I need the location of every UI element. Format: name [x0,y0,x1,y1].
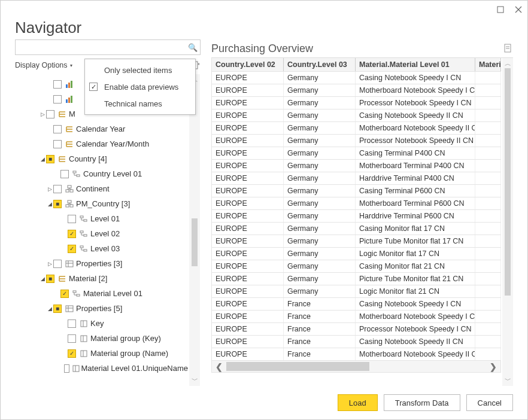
tree-checkbox[interactable] [53,260,62,268]
tree-row[interactable]: ◢ ■ Properties [5] [15,301,188,316]
tree-toggle[interactable]: ▷ [46,261,53,267]
tree-toggle[interactable]: ◢ [46,201,53,207]
tree-checkbox[interactable] [68,319,76,328]
tree-checkbox[interactable] [68,334,76,343]
scroll-thumb[interactable] [226,362,369,371]
load-button[interactable]: Load [338,394,378,411]
tree-checkbox[interactable] [53,125,62,133]
scroll-thumb[interactable] [505,68,511,296]
tree-checkbox[interactable]: ✓ [68,349,76,358]
tree-checkbox[interactable]: ■ [53,200,62,208]
grid-row[interactable]: EUROPEGermanyMotherboard Notebook Speedy… [211,84,501,97]
cancel-button[interactable]: Cancel [466,394,513,411]
tree-row[interactable]: Calendar Year [15,121,188,136]
tree-row[interactable]: ▷ Continent [15,181,188,196]
tree-checkbox[interactable]: ■ [53,305,62,313]
tree-checkbox[interactable] [60,170,69,178]
grid-header[interactable]: Material [475,58,501,71]
grid-header[interactable]: Material.Material Level 01 [356,58,475,71]
tree-row[interactable]: ✓ Material Level 01 [15,286,188,301]
tree-checkbox[interactable] [53,140,62,148]
grid-row[interactable]: EUROPEFranceCasing Notebook Speedy I CN [211,298,501,311]
tree-row[interactable]: Material group (Key) [15,331,188,346]
tree-checkbox[interactable] [53,185,62,193]
grid-row[interactable]: EUROPEGermanyCasing Notebook Speedy I CN [211,72,501,84]
grid-row[interactable]: EUROPEGermanyHarddrive Terminal P600 CN [211,210,501,223]
display-options-dropdown[interactable]: Display Options ▾ [15,61,72,69]
grid-row[interactable]: EUROPEGermanyLogic Monitor flat 21 CN [211,285,501,298]
tree-toggle[interactable]: ▷ [46,186,53,192]
tree-row[interactable]: ◢ ■ Material [2] [15,271,188,286]
menu-item-only-selected[interactable]: Only selected items [85,62,195,78]
grid-row[interactable]: EUROPEGermanyCasing Terminal P600 CN [211,185,501,197]
preview-options-icon[interactable] [503,43,513,54]
tree-row[interactable]: ◢ ■ Country [4] [15,151,188,166]
tree-row[interactable]: Country Level 01 [15,166,188,181]
tree-row[interactable]: ✓ Level 03 [15,241,188,256]
tree-checkbox[interactable] [68,215,76,223]
tree-checkbox[interactable]: ■ [46,155,54,163]
tree-row[interactable]: ✓ Level 02 [15,226,188,241]
grid-row[interactable]: EUROPEFranceCasing Notebook Speedy II CN [211,336,501,348]
search-box[interactable]: 🔍 [15,39,201,55]
grid-row[interactable]: EUROPEGermanyProcessor Notebook Speedy I… [211,97,501,109]
close-button[interactable] [514,5,523,14]
scroll-right-icon[interactable]: ❯ [486,362,500,372]
tree-scrollbar[interactable]: ︿ ﹀ [189,74,200,386]
grid-header[interactable]: Country.Level 03 [284,58,356,71]
tree-toggle[interactable]: ◢ [39,276,46,282]
transform-data-button[interactable]: Transform Data [384,394,460,411]
grid-row[interactable]: EUROPEFranceProcessor Notebook Speedy I … [211,323,501,336]
grid-cell: EUROPE [212,323,284,335]
maximize-button[interactable] [496,5,505,14]
grid-row[interactable]: EUROPEGermanyMotherboard Terminal P400 C… [211,160,501,172]
tree-checkbox[interactable] [64,364,69,373]
grid-vscrollbar[interactable]: ︿ ﹀ [502,58,513,386]
scroll-down-icon[interactable]: ﹀ [192,376,198,385]
tree-toggle[interactable]: ◢ [46,306,53,312]
grid-row[interactable]: EUROPEGermanyCasing Terminal P400 CN [211,147,501,160]
grid-header[interactable]: Country.Level 02 [212,58,284,71]
grid-row[interactable]: EUROPEGermanyPicture Tube Monitor flat 1… [211,235,501,248]
grid-row[interactable]: EUROPEGermanyMotherboard Notebook Speedy… [211,122,501,135]
tree-row[interactable]: Key [15,316,188,331]
tree-row[interactable]: ▷ Properties [3] [15,256,188,271]
scroll-down-icon[interactable]: ﹀ [505,376,511,385]
scroll-left-icon[interactable]: ❮ [212,362,226,372]
tree-row[interactable]: ✓ Material group (Name) [15,346,188,361]
tree-checkbox[interactable] [46,110,54,118]
scroll-up-icon[interactable]: ︿ [505,59,511,68]
grid-row[interactable]: EUROPEGermanyProcessor Notebook Speedy I… [211,135,501,147]
tree-checkbox[interactable] [53,95,62,104]
tree-row[interactable]: Calendar Year/Month [15,136,188,151]
grid-cell: Logic Monitor flat 21 CN [356,285,475,297]
grid-row[interactable]: EUROPEGermanyPicture Tube Monitor flat 2… [211,273,501,285]
tree-row[interactable]: Material Level 01.UniqueName [15,361,188,376]
grid-hscrollbar[interactable]: ❮ ❯ [211,361,501,373]
grid-row[interactable]: EUROPEGermanyCasing Monitor flat 21 CN [211,260,501,273]
tree-checkbox[interactable]: ■ [46,275,54,283]
tree-checkbox[interactable]: ✓ [68,230,76,238]
scroll-thumb[interactable] [192,218,198,266]
grid-row[interactable]: EUROPEGermanyCasing Monitor flat 17 CN [211,223,501,235]
grid-row[interactable]: EUROPEGermanyMotherboard Terminal P600 C… [211,197,501,210]
tree-toggle[interactable]: ▷ [39,111,46,117]
tree-row[interactable]: Level 01 [15,211,188,226]
menu-item-technical-names[interactable]: Technical names [85,95,195,112]
menu-item-enable-previews[interactable]: ✓ Enable data previews [85,78,195,95]
grid-row[interactable]: EUROPEGermanyCasing Notebook Speedy II C… [211,109,501,122]
tree-checkbox[interactable]: ✓ [68,245,76,253]
grid-row[interactable]: EUROPEFranceMotherboard Notebook Speedy … [211,348,501,361]
tree-checkbox[interactable]: ✓ [60,290,69,298]
tree-toggle[interactable]: ◢ [39,156,46,162]
grid-row[interactable]: EUROPEFranceMotherboard Notebook Speedy … [211,311,501,323]
grid-cell: Motherboard Terminal P600 CN [356,197,475,209]
grid-row[interactable]: EUROPEGermanyHarddrive Terminal P400 CN [211,172,501,185]
grid-row[interactable]: EUROPEGermanyLogic Monitor flat 17 CN [211,248,501,260]
level-icon [78,230,89,238]
grid-cell: EUROPE [212,97,284,109]
search-icon[interactable]: 🔍 [186,43,200,52]
tree-row[interactable]: ◢ ■ PM_Country [3] [15,196,188,211]
search-input[interactable] [16,40,186,54]
tree-checkbox[interactable] [53,80,62,89]
